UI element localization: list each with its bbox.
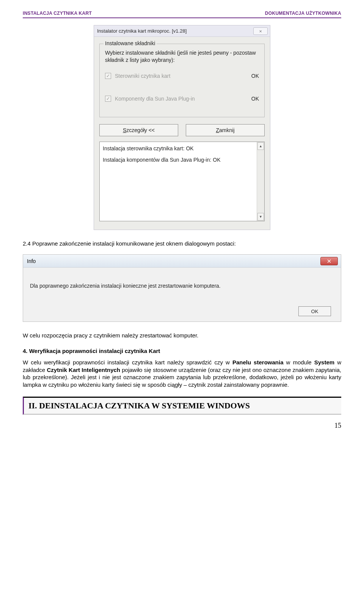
installer-title: Instalator czytnika kart mikroproc. [v1.… [97, 28, 253, 34]
close-icon[interactable] [320, 257, 338, 265]
section-4-body: W celu weryfikacji poprawności instalacj… [23, 359, 341, 388]
scroll-up-icon[interactable]: ▲ [257, 142, 264, 150]
scroll-down-icon[interactable]: ▼ [257, 213, 264, 221]
para-text: Poprawne zakończenie instalacji komuniko… [32, 240, 236, 247]
scrollbar[interactable]: ▲ ▼ [257, 142, 264, 221]
log-line: Instalacja sterownika czytnika kart: OK [103, 144, 254, 153]
ok-button[interactable]: OK [298, 306, 331, 316]
info-titlebar: Info [23, 255, 341, 268]
log-text: Instalacja sterownika czytnika kart: OK … [100, 142, 257, 221]
section-4-title: 4. Weryfikacja poprawności instalacji cz… [23, 348, 341, 354]
details-button[interactable]: Szczegóły << [99, 124, 178, 136]
install-instruction: Wybierz instalowane składniki (jeśli nie… [105, 49, 259, 64]
after-info-text: W celu rozpoczęcia pracy z czytnikiem na… [23, 332, 341, 339]
log-box: Instalacja sterownika czytnika kart: OK … [99, 142, 265, 221]
section-ii-heading: II. DEINSTALACJA CZYTNIKA W SYSTEMIE WIN… [23, 397, 341, 415]
page-header: INSTALACJA CZYTNIKA KART DOKUMENTACJA UŻ… [23, 11, 341, 18]
info-body: Dla poprawnego zakończenia instalacji ko… [23, 268, 341, 321]
component-row: ✓ Komponenty dla Sun Java Plug-in OK [105, 96, 259, 102]
scroll-track[interactable] [257, 150, 264, 213]
info-title: Info [27, 258, 320, 264]
header-left: INSTALACJA CZYTNIKA KART [23, 11, 92, 16]
close-button[interactable]: Zamknij [186, 124, 265, 136]
info-dialog-screenshot: Info Dla poprawnego zakończenia instalac… [23, 254, 341, 322]
close-icon[interactable]: ⨉ [253, 27, 268, 35]
para-lead: 2.4 [23, 240, 32, 247]
header-right: DOKUMENTACJA UŻYTKOWNIKA [265, 11, 341, 16]
component-status: OK [251, 96, 259, 102]
dialog-buttons: Szczegóły << Zamknij [99, 124, 265, 136]
installer-dialog-screenshot: Instalator czytnika kart mikroproc. [v1.… [94, 25, 270, 230]
component-row: ✓ Sterowniki czytnika kart OK [105, 73, 259, 79]
component-status: OK [251, 73, 259, 79]
installer-body: Instalowane składniki Wybierz instalowan… [94, 37, 270, 230]
installer-titlebar: Instalator czytnika kart mikroproc. [v1.… [94, 25, 270, 37]
component-label: Sterowniki czytnika kart [115, 73, 248, 79]
info-message: Dla poprawnego zakończenia instalacji ko… [30, 283, 334, 289]
log-line: Instalacja komponentów dla Sun Java Plug… [103, 156, 254, 164]
components-fieldset: Instalowane składniki Wybierz instalowan… [99, 44, 265, 117]
component-label: Komponenty dla Sun Java Plug-in [115, 96, 248, 102]
page-number: 15 [23, 422, 341, 430]
fieldset-legend: Instalowane składniki [104, 40, 157, 46]
checkbox-icon[interactable]: ✓ [105, 73, 111, 79]
para-2-4: 2.4 Poprawne zakończenie instalacji komu… [23, 240, 341, 247]
checkbox-icon[interactable]: ✓ [105, 96, 111, 102]
